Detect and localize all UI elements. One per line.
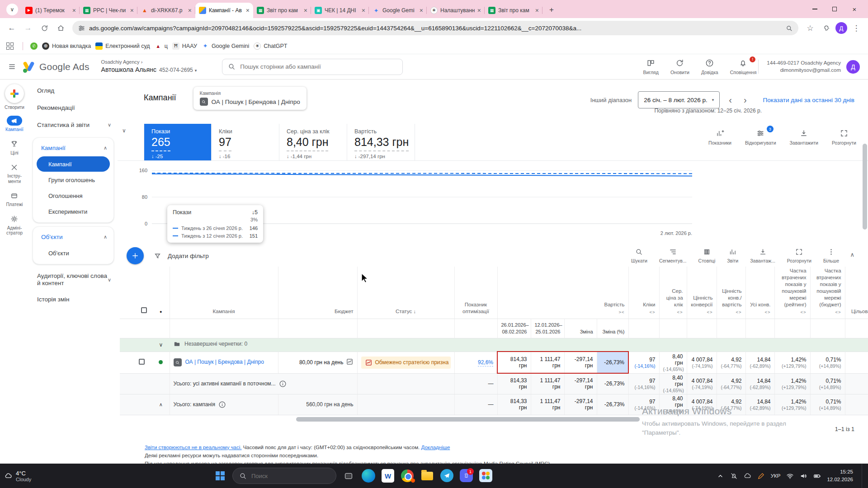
chart-tool-metrics[interactable]: Показники <box>708 129 731 145</box>
taskbar-search-input[interactable] <box>251 473 330 479</box>
browser-tab[interactable]: ЧЕК | 14 ДНІ× <box>311 3 369 18</box>
campaign-context-chip[interactable]: Кампанія ОА | Пошук | Брендова | Дніпро <box>193 87 307 110</box>
bookmark-item[interactable] <box>30 42 38 50</box>
bookmark-item[interactable]: Електронний суд <box>95 42 150 50</box>
account-selector[interactable]: Osadchiy Agency › Автошкола Альянс452-07… <box>101 59 197 75</box>
campaign-name-link[interactable]: ОА | Пошук | Брендова | Дніпро <box>185 359 273 366</box>
browser-profile-avatar[interactable]: Д <box>835 22 847 34</box>
collapse-chart-icon[interactable]: ∨ <box>122 127 126 134</box>
nav-subitem[interactable]: Оголошення <box>37 188 110 203</box>
table-tool-search[interactable]: Шукати <box>631 248 647 263</box>
clock[interactable]: 15:25 12.02.2026 <box>827 468 853 483</box>
reports-realtime-link[interactable]: Звіти створюються не в реальному часі. <box>145 445 241 450</box>
browser-tab[interactable]: Звіт про кам× <box>485 3 542 18</box>
metric-card-Покази[interactable]: Покази265↓-25 <box>144 124 212 160</box>
photos-icon[interactable] <box>479 469 492 482</box>
tab-close-icon[interactable]: × <box>72 7 76 14</box>
filter-icon[interactable] <box>154 252 161 260</box>
tab-close-icon[interactable]: × <box>188 7 192 14</box>
back-button[interactable]: ← <box>5 21 19 35</box>
chevron-down-icon[interactable]: ∨ <box>152 338 170 352</box>
tab-close-icon[interactable]: × <box>362 7 365 14</box>
nav-item[interactable]: Статистика й звіти∨ <box>29 117 118 134</box>
ads-search-box[interactable] <box>222 59 403 75</box>
select-all-checkbox[interactable] <box>120 267 152 319</box>
add-filter-label[interactable]: Додати фільтр <box>168 253 209 259</box>
browser-tab[interactable]: Кампанії - Ав× <box>195 3 253 18</box>
wifi-icon[interactable] <box>786 472 794 480</box>
browser-tab[interactable]: di-XRKK67.p× <box>137 3 195 18</box>
column-lost-is-budget[interactable]: Частка втрачених показів у пошуковій мер… <box>810 267 845 319</box>
opt-score-link[interactable]: 92,6% <box>478 359 493 366</box>
language-indicator[interactable]: УКР <box>771 473 781 479</box>
forward-button[interactable]: → <box>21 21 35 35</box>
scrollbar-thumb[interactable] <box>296 417 640 422</box>
bookmark-item[interactable]: ц <box>155 42 168 50</box>
chart-tool-expand[interactable]: Розгорнути <box>832 129 856 145</box>
zoom-icon[interactable] <box>785 24 793 32</box>
browser-tab[interactable]: (1) Теремок× <box>22 3 80 18</box>
column-target[interactable]: Цільова <box>845 267 868 319</box>
rail-item-gear[interactable]: Адміні- стратор <box>6 214 23 236</box>
window-minimize-button[interactable] <box>805 0 825 18</box>
nav-item[interactable]: Історія змін <box>29 291 118 308</box>
nav-item[interactable]: Огляд <box>29 82 118 99</box>
table-tool-reports[interactable]: Звіти <box>727 248 738 263</box>
bookmark-item[interactable]: Google Gemini <box>202 42 249 50</box>
rail-item-megaphone[interactable]: Кампанії <box>5 116 24 132</box>
drafts-group-row[interactable]: ∨ Незавершені чернетки: 0 <box>120 338 868 352</box>
home-button[interactable] <box>53 21 68 35</box>
header-action-refresh[interactable]: Оновити <box>670 59 689 75</box>
status-limited-badge[interactable]: Обмежено стратегією призна <box>361 357 451 369</box>
campaign-row[interactable]: ОА | Пошук | Брендова | Дніпро 80,00 грн… <box>120 352 868 373</box>
browser-menu-button[interactable]: ⋮ <box>849 21 863 35</box>
next-range-button[interactable]: › <box>741 95 750 105</box>
learn-more-link[interactable]: Докладніше <box>421 445 450 450</box>
bid-strategy-icon[interactable] <box>346 358 354 367</box>
edge-icon[interactable] <box>362 469 375 483</box>
info-icon[interactable] <box>218 401 226 408</box>
rail-item-card[interactable]: Платежі <box>6 191 23 207</box>
nav-item[interactable]: Рекомендації <box>29 99 118 117</box>
tab-search-button[interactable]: ∨ <box>6 4 18 15</box>
column-conv-value-cost[interactable]: Цінність конв./ вартість<> <box>717 267 745 319</box>
file-explorer-icon[interactable] <box>420 468 435 483</box>
nav-subitem[interactable]: Об'єкти <box>37 245 110 261</box>
table-tool-download[interactable]: Завантаж... <box>750 248 775 263</box>
table-tool-expand[interactable]: Розгорнути <box>787 248 811 263</box>
nav-item[interactable]: Аудиторії, ключові слова й контент∨ <box>29 268 118 291</box>
rail-item-tools[interactable]: Інстру- менти <box>7 162 22 184</box>
start-button[interactable] <box>212 468 228 483</box>
column-status[interactable]: Статус ↓ <box>357 267 454 319</box>
column-all-conv[interactable]: Усі конв.<> <box>745 267 774 319</box>
window-maximize-button[interactable] <box>825 0 844 18</box>
extensions-icon[interactable] <box>819 21 834 35</box>
column-group-cost[interactable]: Вартість>< <box>497 267 628 319</box>
do-not-disturb-icon[interactable] <box>730 472 738 480</box>
apps-grid-icon[interactable] <box>6 42 14 50</box>
header-action-help[interactable]: Довідка <box>701 59 718 75</box>
cell-compare-value[interactable]: (-14,16%) <box>632 363 656 369</box>
chart-tool-adjust[interactable]: 3Відкоригувати <box>745 129 776 145</box>
word-icon[interactable]: W <box>382 469 394 483</box>
battery-icon[interactable] <box>813 472 821 480</box>
nav-group-header[interactable]: Об'єкти∧ <box>33 229 113 245</box>
column-campaign[interactable]: Кампанія <box>170 267 278 319</box>
metric-card-Кліки[interactable]: Кліки97↓-16 <box>212 124 279 160</box>
tab-close-icon[interactable]: × <box>246 7 250 14</box>
show-desktop-button[interactable] <box>862 464 863 488</box>
rail-item-trophy[interactable]: Цілі <box>7 139 22 156</box>
telegram-icon[interactable] <box>440 469 453 482</box>
taskbar-search[interactable] <box>232 468 336 484</box>
chrome-icon[interactable] <box>400 468 415 483</box>
nav-subitem[interactable]: Групи оголошень <box>37 172 110 188</box>
collapse-table-icon[interactable]: ∧ <box>850 251 854 258</box>
column-budget[interactable]: Бюджет <box>278 267 357 319</box>
new-tab-button[interactable]: + <box>545 4 558 16</box>
address-bar[interactable]: ads.google.com/aw/campaigns?campaignId=2… <box>72 21 798 35</box>
table-tool-columns[interactable]: Стовпці <box>698 248 716 263</box>
tab-close-icon[interactable]: × <box>535 7 539 14</box>
table-tool-more[interactable]: Більше <box>823 248 839 263</box>
screenshot-tool-icon[interactable] <box>757 472 765 480</box>
nav-subitem[interactable]: Кампанії <box>37 156 110 172</box>
